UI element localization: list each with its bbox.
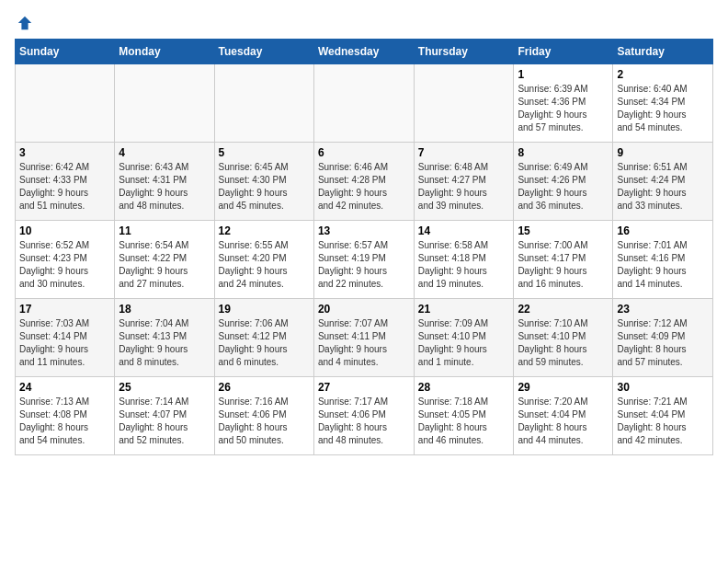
day-info: Sunrise: 7:17 AM Sunset: 4:06 PM Dayligh…	[318, 396, 410, 447]
weekday-header-sunday: Sunday	[16, 40, 115, 64]
day-info: Sunrise: 7:10 AM Sunset: 4:10 PM Dayligh…	[518, 317, 609, 369]
calendar-cell: 5Sunrise: 6:45 AM Sunset: 4:30 PM Daylig…	[214, 143, 313, 221]
day-info: Sunrise: 7:12 AM Sunset: 4:09 PM Dayligh…	[617, 317, 709, 369]
calendar-cell: 20Sunrise: 7:07 AM Sunset: 4:11 PM Dayli…	[313, 299, 414, 377]
calendar-week-row: 3Sunrise: 6:42 AM Sunset: 4:33 PM Daylig…	[16, 143, 713, 221]
day-number: 23	[617, 303, 709, 316]
day-number: 24	[19, 381, 110, 394]
calendar-cell	[414, 64, 514, 143]
calendar-cell: 13Sunrise: 6:57 AM Sunset: 4:19 PM Dayli…	[313, 221, 414, 299]
day-info: Sunrise: 7:00 AM Sunset: 4:17 PM Dayligh…	[518, 239, 609, 291]
calendar-week-row: 17Sunrise: 7:03 AM Sunset: 4:14 PM Dayli…	[16, 299, 713, 377]
logo	[15, 15, 33, 31]
day-number: 20	[318, 303, 410, 316]
logo-icon	[17, 15, 33, 31]
calendar-cell: 28Sunrise: 7:18 AM Sunset: 4:05 PM Dayli…	[414, 377, 514, 455]
day-info: Sunrise: 7:01 AM Sunset: 4:16 PM Dayligh…	[617, 239, 709, 291]
calendar-cell: 19Sunrise: 7:06 AM Sunset: 4:12 PM Dayli…	[214, 299, 313, 377]
weekday-header-friday: Friday	[514, 40, 613, 64]
day-number: 11	[119, 224, 210, 237]
calendar-cell: 30Sunrise: 7:21 AM Sunset: 4:04 PM Dayli…	[613, 377, 713, 455]
day-number: 13	[318, 224, 410, 237]
day-info: Sunrise: 6:52 AM Sunset: 4:23 PM Dayligh…	[19, 239, 110, 291]
day-number: 7	[418, 146, 510, 159]
day-number: 26	[219, 381, 310, 394]
day-info: Sunrise: 6:49 AM Sunset: 4:26 PM Dayligh…	[518, 161, 609, 213]
day-info: Sunrise: 6:55 AM Sunset: 4:20 PM Dayligh…	[219, 239, 310, 291]
day-number: 12	[219, 224, 310, 237]
day-info: Sunrise: 7:03 AM Sunset: 4:14 PM Dayligh…	[19, 317, 110, 369]
calendar-cell: 2Sunrise: 6:40 AM Sunset: 4:34 PM Daylig…	[613, 64, 713, 143]
day-info: Sunrise: 7:20 AM Sunset: 4:04 PM Dayligh…	[518, 396, 609, 447]
calendar-cell: 22Sunrise: 7:10 AM Sunset: 4:10 PM Dayli…	[514, 299, 613, 377]
day-info: Sunrise: 7:13 AM Sunset: 4:08 PM Dayligh…	[19, 396, 110, 447]
calendar-cell: 24Sunrise: 7:13 AM Sunset: 4:08 PM Dayli…	[16, 377, 115, 455]
day-number: 10	[19, 224, 110, 237]
day-number: 25	[119, 381, 210, 394]
day-number: 15	[518, 224, 609, 237]
calendar-cell: 15Sunrise: 7:00 AM Sunset: 4:17 PM Dayli…	[514, 221, 613, 299]
calendar-cell	[313, 64, 414, 143]
calendar-cell: 3Sunrise: 6:42 AM Sunset: 4:33 PM Daylig…	[16, 143, 115, 221]
calendar-cell: 17Sunrise: 7:03 AM Sunset: 4:14 PM Dayli…	[16, 299, 115, 377]
day-number: 22	[518, 303, 609, 316]
calendar-cell: 29Sunrise: 7:20 AM Sunset: 4:04 PM Dayli…	[514, 377, 613, 455]
calendar-cell: 4Sunrise: 6:43 AM Sunset: 4:31 PM Daylig…	[115, 143, 214, 221]
day-number: 19	[219, 303, 310, 316]
day-number: 28	[418, 381, 510, 394]
calendar-week-row: 1Sunrise: 6:39 AM Sunset: 4:36 PM Daylig…	[16, 64, 713, 143]
day-info: Sunrise: 7:07 AM Sunset: 4:11 PM Dayligh…	[318, 317, 410, 369]
day-number: 16	[617, 224, 709, 237]
day-info: Sunrise: 6:58 AM Sunset: 4:18 PM Dayligh…	[418, 239, 510, 291]
calendar-cell	[214, 64, 313, 143]
day-number: 18	[119, 303, 210, 316]
day-info: Sunrise: 6:48 AM Sunset: 4:27 PM Dayligh…	[418, 161, 510, 213]
day-number: 5	[219, 146, 310, 159]
calendar-table: SundayMondayTuesdayWednesdayThursdayFrid…	[15, 39, 713, 455]
day-number: 2	[617, 68, 709, 81]
day-number: 30	[617, 381, 709, 394]
day-info: Sunrise: 6:40 AM Sunset: 4:34 PM Dayligh…	[617, 83, 709, 134]
calendar-cell: 21Sunrise: 7:09 AM Sunset: 4:10 PM Dayli…	[414, 299, 514, 377]
day-info: Sunrise: 6:54 AM Sunset: 4:22 PM Dayligh…	[119, 239, 210, 291]
calendar-cell: 16Sunrise: 7:01 AM Sunset: 4:16 PM Dayli…	[613, 221, 713, 299]
weekday-header-wednesday: Wednesday	[313, 40, 414, 64]
day-info: Sunrise: 6:57 AM Sunset: 4:19 PM Dayligh…	[318, 239, 410, 291]
day-number: 8	[518, 146, 609, 159]
day-info: Sunrise: 6:39 AM Sunset: 4:36 PM Dayligh…	[518, 83, 609, 134]
day-info: Sunrise: 7:09 AM Sunset: 4:10 PM Dayligh…	[418, 317, 510, 369]
day-info: Sunrise: 6:42 AM Sunset: 4:33 PM Dayligh…	[19, 161, 110, 213]
day-number: 29	[518, 381, 609, 394]
calendar-cell: 14Sunrise: 6:58 AM Sunset: 4:18 PM Dayli…	[414, 221, 514, 299]
day-number: 1	[518, 68, 609, 81]
calendar-cell: 11Sunrise: 6:54 AM Sunset: 4:22 PM Dayli…	[115, 221, 214, 299]
day-info: Sunrise: 6:51 AM Sunset: 4:24 PM Dayligh…	[617, 161, 709, 213]
weekday-header-row: SundayMondayTuesdayWednesdayThursdayFrid…	[16, 40, 713, 64]
calendar-cell	[16, 64, 115, 143]
calendar-cell: 23Sunrise: 7:12 AM Sunset: 4:09 PM Dayli…	[613, 299, 713, 377]
day-number: 14	[418, 224, 510, 237]
calendar-week-row: 10Sunrise: 6:52 AM Sunset: 4:23 PM Dayli…	[16, 221, 713, 299]
day-number: 27	[318, 381, 410, 394]
day-info: Sunrise: 6:45 AM Sunset: 4:30 PM Dayligh…	[219, 161, 310, 213]
weekday-header-tuesday: Tuesday	[214, 40, 313, 64]
calendar-cell: 6Sunrise: 6:46 AM Sunset: 4:28 PM Daylig…	[313, 143, 414, 221]
calendar-cell: 26Sunrise: 7:16 AM Sunset: 4:06 PM Dayli…	[214, 377, 313, 455]
day-info: Sunrise: 7:16 AM Sunset: 4:06 PM Dayligh…	[219, 396, 310, 447]
day-info: Sunrise: 7:21 AM Sunset: 4:04 PM Dayligh…	[617, 396, 709, 447]
day-number: 21	[418, 303, 510, 316]
day-number: 4	[119, 146, 210, 159]
day-number: 9	[617, 146, 709, 159]
calendar-cell: 8Sunrise: 6:49 AM Sunset: 4:26 PM Daylig…	[514, 143, 613, 221]
calendar-cell: 7Sunrise: 6:48 AM Sunset: 4:27 PM Daylig…	[414, 143, 514, 221]
day-info: Sunrise: 6:43 AM Sunset: 4:31 PM Dayligh…	[119, 161, 210, 213]
calendar-cell: 18Sunrise: 7:04 AM Sunset: 4:13 PM Dayli…	[115, 299, 214, 377]
day-info: Sunrise: 6:46 AM Sunset: 4:28 PM Dayligh…	[318, 161, 410, 213]
weekday-header-saturday: Saturday	[613, 40, 713, 64]
calendar-cell: 12Sunrise: 6:55 AM Sunset: 4:20 PM Dayli…	[214, 221, 313, 299]
calendar-cell: 25Sunrise: 7:14 AM Sunset: 4:07 PM Dayli…	[115, 377, 214, 455]
weekday-header-monday: Monday	[115, 40, 214, 64]
day-number: 3	[19, 146, 110, 159]
page-header	[15, 15, 713, 31]
day-info: Sunrise: 7:14 AM Sunset: 4:07 PM Dayligh…	[119, 396, 210, 447]
